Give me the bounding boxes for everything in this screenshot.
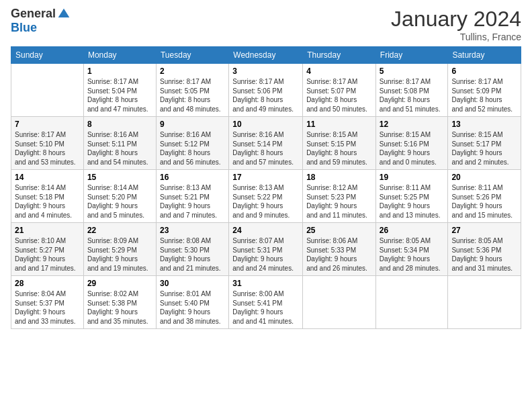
calendar-week-3: 14Sunrise: 8:14 AMSunset: 5:18 PMDayligh… <box>11 170 521 223</box>
daylight-text: Daylight: 9 hours <box>15 255 80 264</box>
daylight-minutes: and and 47 minutes. <box>87 105 152 114</box>
sunset-text: Sunset: 5:12 PM <box>160 140 225 149</box>
day-number: 17 <box>232 173 299 182</box>
day-number: 30 <box>160 279 225 288</box>
day-info: Sunrise: 8:13 AMSunset: 5:22 PMDaylight:… <box>232 183 299 220</box>
daylight-minutes: and and 9 minutes. <box>232 211 299 220</box>
table-row: 13Sunrise: 8:15 AMSunset: 5:17 PMDayligh… <box>448 117 521 170</box>
day-info: Sunrise: 8:13 AMSunset: 5:21 PMDaylight:… <box>160 183 225 220</box>
daylight-minutes: and and 41 minutes. <box>232 317 299 326</box>
header-monday: Monday <box>83 47 156 64</box>
day-number: 15 <box>87 173 152 182</box>
table-row: 11Sunrise: 8:15 AMSunset: 5:15 PMDayligh… <box>303 117 376 170</box>
daylight-minutes: and and 52 minutes. <box>451 105 517 114</box>
sunset-text: Sunset: 5:07 PM <box>306 87 372 96</box>
day-number: 7 <box>15 120 80 129</box>
daylight-text: Daylight: 9 hours <box>87 255 152 264</box>
sunrise-text: Sunrise: 8:13 AM <box>232 183 299 193</box>
sunset-text: Sunset: 5:11 PM <box>87 140 152 149</box>
day-info: Sunrise: 8:16 AMSunset: 5:12 PMDaylight:… <box>160 130 225 167</box>
sunrise-text: Sunrise: 8:05 AM <box>380 236 445 246</box>
day-number: 22 <box>87 226 152 235</box>
daylight-text: Daylight: 9 hours <box>232 255 299 264</box>
table-row: 29Sunrise: 8:02 AMSunset: 5:38 PMDayligh… <box>83 276 156 329</box>
sunset-text: Sunset: 5:15 PM <box>306 140 372 149</box>
daylight-minutes: and and 50 minutes. <box>306 105 372 114</box>
sunset-text: Sunset: 5:18 PM <box>15 193 80 202</box>
daylight-text: Daylight: 8 hours <box>160 95 225 105</box>
day-info: Sunrise: 8:01 AMSunset: 5:40 PMDaylight:… <box>160 289 225 326</box>
sunrise-text: Sunrise: 8:15 AM <box>451 130 517 140</box>
daylight-minutes: and and 13 minutes. <box>380 211 445 220</box>
daylight-minutes: and and 15 minutes. <box>451 211 517 220</box>
day-number: 20 <box>451 173 517 182</box>
daylight-minutes: and and 24 minutes. <box>232 264 299 273</box>
daylight-text: Daylight: 8 hours <box>451 95 517 105</box>
sunset-text: Sunset: 5:14 PM <box>232 140 299 149</box>
day-info: Sunrise: 8:04 AMSunset: 5:37 PMDaylight:… <box>15 289 80 326</box>
sunset-text: Sunset: 5:22 PM <box>232 193 299 202</box>
sunrise-text: Sunrise: 8:05 AM <box>451 236 517 246</box>
day-info: Sunrise: 8:17 AMSunset: 5:08 PMDaylight:… <box>380 77 445 113</box>
daylight-minutes: and and 51 minutes. <box>380 105 445 114</box>
sunset-text: Sunset: 5:23 PM <box>306 193 372 202</box>
sunrise-text: Sunrise: 8:06 AM <box>306 236 372 246</box>
table-row: 12Sunrise: 8:15 AMSunset: 5:16 PMDayligh… <box>375 117 448 170</box>
table-row: 16Sunrise: 8:13 AMSunset: 5:21 PMDayligh… <box>156 170 228 223</box>
logo: General Blue <box>11 7 71 35</box>
day-number: 31 <box>232 279 299 288</box>
table-row: 28Sunrise: 8:04 AMSunset: 5:37 PMDayligh… <box>11 276 84 329</box>
sunset-text: Sunset: 5:21 PM <box>160 193 225 202</box>
table-row: 5Sunrise: 8:17 AMSunset: 5:08 PMDaylight… <box>375 64 448 117</box>
sunset-text: Sunset: 5:33 PM <box>306 246 372 255</box>
day-info: Sunrise: 8:09 AMSunset: 5:29 PMDaylight:… <box>87 236 152 273</box>
daylight-text: Daylight: 9 hours <box>451 148 517 158</box>
day-info: Sunrise: 8:11 AMSunset: 5:26 PMDaylight:… <box>451 183 517 220</box>
day-number: 10 <box>232 120 299 129</box>
daylight-minutes: and and 49 minutes. <box>232 105 299 114</box>
table-row <box>375 276 448 329</box>
table-row: 9Sunrise: 8:16 AMSunset: 5:12 PMDaylight… <box>156 117 228 170</box>
sunset-text: Sunset: 5:08 PM <box>380 87 445 96</box>
day-info: Sunrise: 8:17 AMSunset: 5:10 PMDaylight:… <box>15 130 80 167</box>
daylight-text: Daylight: 9 hours <box>87 308 152 317</box>
day-info: Sunrise: 8:17 AMSunset: 5:09 PMDaylight:… <box>451 77 517 113</box>
daylight-minutes: and and 21 minutes. <box>160 264 225 273</box>
day-number: 5 <box>380 66 445 76</box>
daylight-minutes: and and 48 minutes. <box>160 105 225 114</box>
sunrise-text: Sunrise: 8:17 AM <box>451 77 517 87</box>
table-row: 20Sunrise: 8:11 AMSunset: 5:26 PMDayligh… <box>448 170 521 223</box>
sunset-text: Sunset: 5:06 PM <box>232 87 299 96</box>
daylight-text: Daylight: 8 hours <box>232 148 299 158</box>
day-info: Sunrise: 8:17 AMSunset: 5:05 PMDaylight:… <box>160 77 225 113</box>
header-friday: Friday <box>375 47 448 64</box>
daylight-minutes: and and 59 minutes. <box>306 158 372 167</box>
daylight-minutes: and and 56 minutes. <box>160 158 225 167</box>
day-number: 16 <box>160 173 225 182</box>
sunrise-text: Sunrise: 8:17 AM <box>87 77 152 87</box>
daylight-minutes: and and 2 minutes. <box>451 158 517 167</box>
table-row: 3Sunrise: 8:17 AMSunset: 5:06 PMDaylight… <box>229 64 303 117</box>
sunset-text: Sunset: 5:10 PM <box>15 140 80 149</box>
day-number: 21 <box>15 226 80 235</box>
daylight-minutes: and and 17 minutes. <box>15 264 80 273</box>
table-row: 21Sunrise: 8:10 AMSunset: 5:27 PMDayligh… <box>11 223 84 276</box>
day-info: Sunrise: 8:15 AMSunset: 5:16 PMDaylight:… <box>380 130 445 167</box>
sunset-text: Sunset: 5:41 PM <box>232 299 299 308</box>
day-info: Sunrise: 8:17 AMSunset: 5:06 PMDaylight:… <box>232 77 299 113</box>
day-info: Sunrise: 8:05 AMSunset: 5:34 PMDaylight:… <box>380 236 445 273</box>
location: Tullins, France <box>391 32 521 42</box>
sunset-text: Sunset: 5:17 PM <box>451 140 517 149</box>
table-row: 22Sunrise: 8:09 AMSunset: 5:29 PMDayligh… <box>83 223 156 276</box>
sunrise-text: Sunrise: 8:09 AM <box>87 236 152 246</box>
daylight-text: Daylight: 9 hours <box>380 255 445 264</box>
sunrise-text: Sunrise: 8:15 AM <box>306 130 372 140</box>
daylight-text: Daylight: 9 hours <box>160 255 225 264</box>
sunset-text: Sunset: 5:09 PM <box>451 87 517 96</box>
svg-marker-0 <box>58 8 70 17</box>
daylight-text: Daylight: 8 hours <box>306 148 372 158</box>
sunrise-text: Sunrise: 8:13 AM <box>160 183 225 193</box>
daylight-minutes: and and 57 minutes. <box>232 158 299 167</box>
calendar-week-4: 21Sunrise: 8:10 AMSunset: 5:27 PMDayligh… <box>11 223 521 276</box>
sunrise-text: Sunrise: 8:16 AM <box>160 130 225 140</box>
